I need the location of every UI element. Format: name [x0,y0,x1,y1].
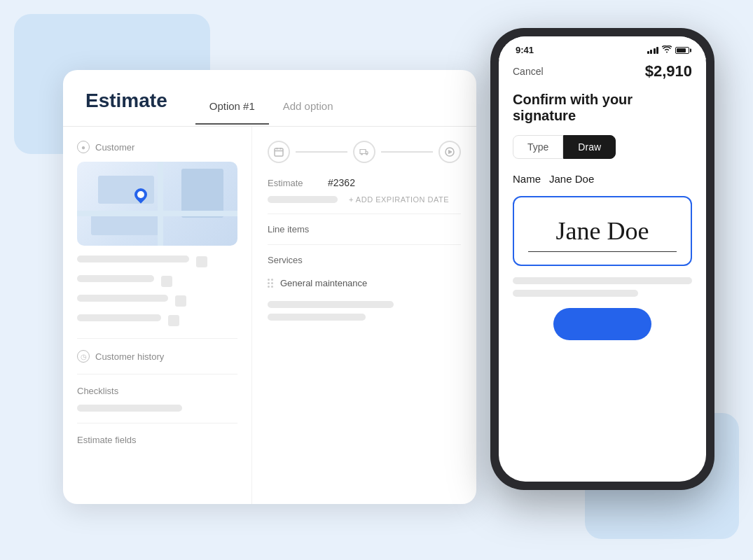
divider-2 [268,244,461,245]
confirm-submit-button[interactable] [553,308,651,340]
contact-row-2 [77,275,237,288]
services-label: Services [268,255,461,265]
skeleton-name [77,255,189,262]
status-icons [647,46,690,55]
expiration-row: + ADD EXPIRATION DATE [268,195,461,204]
tab-add-option[interactable]: Add option [269,92,347,125]
phone-skeleton-lines [513,277,692,297]
phone-screen: 9:41 [499,36,706,482]
service-row: General maintenance [268,272,461,294]
skeleton-email [77,314,161,321]
phone-wrapper: 9:41 [490,28,714,490]
contact-icon-3 [175,295,186,307]
name-value: Jane Doe [549,173,594,185]
history-icon: ◷ [77,350,90,363]
signature-display: Jane Doe [556,216,649,246]
signature-type-tabs: Type Draw [513,135,692,159]
line-items-label: Line items [268,224,461,234]
signature-box[interactable]: Jane Doe [513,196,692,266]
service-name: General maintenance [280,278,367,288]
desktop-header: Estimate Option #1 Add option [63,70,476,127]
wifi-icon [662,46,672,55]
estimate-number: #2362 [328,177,355,188]
estimate-info-row: Estimate #2362 [268,177,461,188]
drag-handle [268,279,273,288]
status-bar: 9:41 [499,36,706,59]
play-icon [445,147,455,157]
cancel-button[interactable]: Cancel [513,66,544,77]
add-expiration-btn[interactable]: + ADD EXPIRATION DATE [349,195,449,204]
customer-history-label: ◷ Customer history [77,350,237,363]
map-pin [133,188,148,208]
more-skeleton [268,301,461,321]
phone-content: Cancel $2,910 Confirm with your signatur… [499,59,706,482]
contact-row-4 [77,314,237,327]
divider-1 [268,214,461,214]
contact-icon-1 [196,256,207,267]
name-label: Name [513,173,541,185]
left-panel: ● Customer [63,127,252,504]
calendar-icon [274,147,284,157]
checklists-section: Checklists [77,374,237,412]
estimate-fields-label: Estimate fields [77,435,237,445]
step-calendar [268,141,290,163]
step-line-2 [381,151,433,153]
signature-underline [528,251,677,252]
customer-section-label: ● Customer [77,141,237,153]
svg-marker-7 [449,150,453,154]
battery-icon [675,47,689,54]
contact-row-1 [77,255,237,268]
price-display: $2,910 [645,62,692,80]
tab-draw[interactable]: Draw [563,135,616,159]
pin-inner [136,190,146,200]
estimate-label: Estimate [268,178,317,188]
skeleton-address [77,275,154,282]
tab-option-1[interactable]: Option #1 [195,92,269,125]
right-panel: Estimate #2362 + ADD EXPIRATION DATE Lin… [252,127,476,504]
phone-skel-2 [513,290,638,297]
map-grid [77,162,237,246]
step-line-1 [296,151,347,153]
name-row: Name Jane Doe [513,173,692,185]
phone-top-bar: Cancel $2,910 [513,59,692,80]
contact-icon-4 [168,315,179,326]
tab-type[interactable]: Type [513,135,563,159]
desktop-tabs: Option #1 Add option [195,92,347,125]
estimate-fields-section: Estimate fields [77,423,237,445]
map-road-vertical [158,162,163,246]
skeleton-phone [77,295,168,302]
signal-icon [647,47,659,54]
progress-steps [268,141,461,163]
desktop-card: Estimate Option #1 Add option ● Customer [63,70,476,504]
map-placeholder [77,162,237,246]
step-truck [353,141,375,163]
pin-circle [132,186,149,203]
step-play [438,141,461,163]
checklists-skeleton [77,405,182,412]
desktop-body: ● Customer [63,127,476,504]
customer-history-section: ◷ Customer history [77,338,237,363]
confirm-title: Confirm with your signature [513,92,692,124]
expiration-skeleton [268,196,338,203]
customer-icon: ● [77,141,90,153]
svg-rect-0 [275,148,283,156]
phone-skel-1 [513,277,692,284]
truck-icon [359,147,369,157]
checklists-label: Checklists [77,386,237,396]
contact-row-3 [77,295,237,307]
phone-frame: 9:41 [490,28,714,490]
page-title: Estimate [85,90,167,126]
status-time: 9:41 [516,45,534,55]
contact-icon-2 [161,276,172,287]
